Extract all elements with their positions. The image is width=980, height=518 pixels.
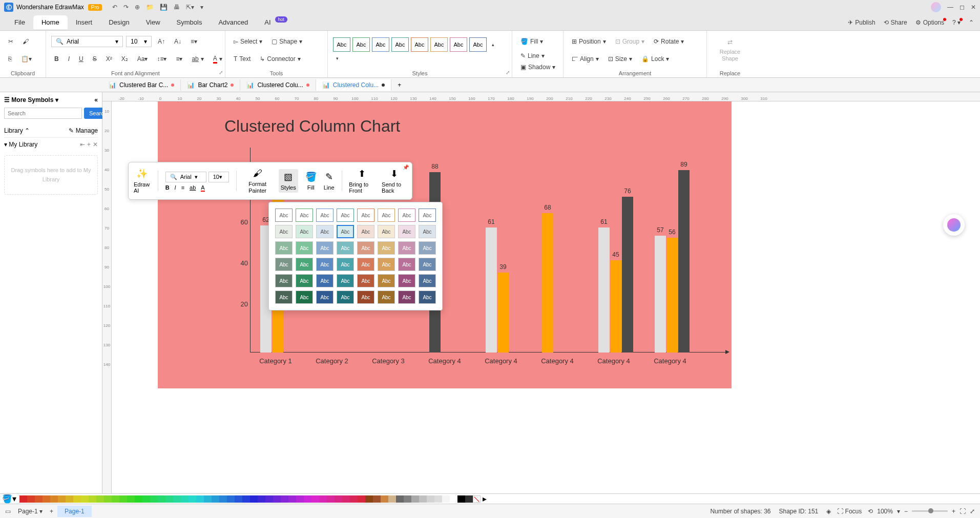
style-swatch[interactable]: Abc bbox=[469, 37, 487, 52]
color-swatch[interactable] bbox=[212, 495, 219, 503]
color-swatch[interactable] bbox=[388, 495, 396, 503]
styles-dialog-launcher[interactable]: ⤢ bbox=[506, 70, 510, 75]
style-swatch[interactable]: Abc bbox=[275, 209, 293, 222]
more-colors-icon[interactable]: ▸ bbox=[483, 494, 487, 504]
document-tab[interactable]: 📊Clustered Colu... bbox=[240, 79, 316, 91]
color-swatch[interactable] bbox=[450, 495, 457, 503]
add-lib-icon[interactable]: + bbox=[87, 141, 91, 148]
undo-icon[interactable]: ↶ bbox=[112, 4, 117, 11]
align-button[interactable]: ⫍ Align ▾ bbox=[569, 53, 602, 65]
import-lib-icon[interactable]: ⇤ bbox=[80, 141, 85, 148]
color-swatch[interactable] bbox=[288, 495, 296, 503]
color-swatch[interactable] bbox=[411, 495, 419, 503]
styles-more[interactable]: ▾ bbox=[333, 54, 342, 63]
color-swatch[interactable] bbox=[150, 495, 158, 503]
style-swatch[interactable]: Abc bbox=[357, 209, 374, 222]
color-swatch[interactable] bbox=[373, 495, 381, 503]
color-swatch[interactable] bbox=[127, 495, 135, 503]
save-icon[interactable]: 💾 bbox=[160, 4, 168, 11]
tab-design[interactable]: Design bbox=[100, 15, 137, 29]
style-swatch[interactable]: Abc bbox=[296, 274, 313, 287]
redo-icon[interactable]: ↷ bbox=[123, 4, 129, 11]
color-swatch[interactable] bbox=[296, 495, 304, 503]
color-swatch[interactable] bbox=[273, 495, 281, 503]
chart-page[interactable]: Clustered Column Chart 204060806278Categ… bbox=[158, 101, 732, 388]
list-icon[interactable]: ≡▾ bbox=[173, 53, 185, 65]
style-swatch[interactable]: Abc bbox=[337, 209, 354, 222]
bar-group[interactable]: 6139 bbox=[486, 227, 509, 353]
group-button[interactable]: ⊡ Group ▾ bbox=[612, 36, 648, 47]
color-swatch[interactable] bbox=[442, 495, 450, 503]
collapse-ribbon-icon[interactable]: ⌃ bbox=[969, 19, 974, 26]
style-swatch[interactable]: Abc bbox=[296, 209, 313, 222]
style-swatch[interactable]: Abc bbox=[275, 274, 293, 287]
zoom-in-icon[interactable]: + bbox=[952, 508, 955, 515]
help-icon[interactable]: ? ▾ bbox=[952, 19, 961, 26]
share-button[interactable]: ⟲ Share bbox=[884, 19, 907, 26]
zoom-slider[interactable] bbox=[912, 510, 948, 512]
color-swatch[interactable] bbox=[365, 495, 373, 503]
add-page-icon[interactable]: + bbox=[50, 508, 53, 515]
style-swatch[interactable]: Abc bbox=[316, 241, 333, 255]
no-fill-swatch[interactable] bbox=[473, 495, 481, 503]
chart-bar[interactable]: 76 bbox=[622, 197, 633, 353]
style-swatch[interactable]: Abc bbox=[378, 241, 395, 255]
maximize-icon[interactable]: ◻ bbox=[960, 4, 965, 11]
color-swatch[interactable] bbox=[434, 495, 442, 503]
style-swatch[interactable]: Abc bbox=[419, 274, 436, 287]
chart-bar[interactable]: 45 bbox=[610, 260, 621, 353]
edraw-ai-button[interactable]: ✨Edraw AI bbox=[134, 168, 151, 194]
style-swatch[interactable]: Abc bbox=[296, 225, 313, 238]
manage-button[interactable]: ✎ Manage bbox=[69, 127, 98, 134]
fullscreen-icon[interactable]: ⤢ bbox=[970, 508, 975, 515]
style-swatch[interactable]: Abc bbox=[337, 225, 354, 238]
color-swatch[interactable] bbox=[35, 495, 43, 503]
style-swatch[interactable]: Abc bbox=[333, 37, 350, 52]
color-swatch[interactable] bbox=[250, 495, 258, 503]
canvas[interactable]: Clustered Column Chart 204060806278Categ… bbox=[112, 101, 980, 493]
new-icon[interactable]: ⊕ bbox=[135, 4, 140, 11]
layout-mode-icon[interactable]: ▭ bbox=[5, 508, 11, 515]
minimize-icon[interactable]: — bbox=[947, 4, 953, 11]
style-swatch[interactable]: Abc bbox=[419, 209, 436, 222]
bar-group[interactable]: 575689 bbox=[655, 170, 690, 353]
strikethrough-icon[interactable]: S bbox=[90, 53, 100, 65]
style-swatch[interactable]: Abc bbox=[316, 209, 333, 222]
zoom-reset-icon[interactable]: ⟲ bbox=[868, 508, 873, 515]
color-swatch[interactable] bbox=[181, 495, 189, 503]
chart-bar[interactable]: 39 bbox=[497, 273, 509, 353]
style-swatch[interactable]: Abc bbox=[337, 258, 354, 271]
focus-button[interactable]: ⛶ Focus bbox=[837, 508, 862, 515]
style-swatch[interactable]: Abc bbox=[357, 274, 374, 287]
color-swatch[interactable] bbox=[158, 495, 165, 503]
style-swatch[interactable]: Abc bbox=[450, 37, 467, 52]
color-swatch[interactable] bbox=[142, 495, 150, 503]
styles-scroll-up[interactable]: ▴ bbox=[489, 40, 497, 49]
shape-tool[interactable]: ▢ Shape ▾ bbox=[268, 36, 305, 47]
color-swatch[interactable] bbox=[58, 495, 66, 503]
options-button[interactable]: ⚙ Options bbox=[915, 19, 944, 26]
paste-icon[interactable]: 📋▾ bbox=[18, 53, 35, 65]
tab-symbols[interactable]: Symbols bbox=[169, 15, 211, 29]
color-swatch[interactable] bbox=[112, 495, 119, 503]
decrease-font-icon[interactable]: A↓ bbox=[171, 36, 184, 47]
color-swatch[interactable] bbox=[419, 495, 427, 503]
zoom-value[interactable]: 100% bbox=[877, 508, 893, 515]
color-swatch[interactable] bbox=[165, 495, 173, 503]
style-swatch[interactable]: Abc bbox=[378, 291, 395, 304]
subscript-icon[interactable]: X₂ bbox=[118, 53, 131, 65]
float-line-button[interactable]: ✎Line bbox=[324, 171, 335, 191]
style-swatch[interactable]: Abc bbox=[372, 37, 389, 52]
chart-bar[interactable]: 89 bbox=[678, 170, 690, 353]
float-bring-front[interactable]: ⬆Bring to Front bbox=[349, 168, 374, 194]
float-styles-button[interactable]: ▧Styles bbox=[279, 169, 298, 193]
bold-icon[interactable]: B bbox=[51, 53, 62, 65]
cut-icon[interactable]: ✂ bbox=[5, 36, 16, 47]
document-tab[interactable]: 📊Clustered Bar C... bbox=[102, 79, 181, 91]
style-swatch[interactable]: Abc bbox=[419, 258, 436, 271]
style-swatch[interactable]: Abc bbox=[411, 37, 428, 52]
style-swatch[interactable]: Abc bbox=[337, 241, 354, 255]
color-swatch[interactable] bbox=[235, 495, 242, 503]
style-swatch[interactable]: Abc bbox=[275, 291, 293, 304]
color-swatch[interactable] bbox=[89, 495, 96, 503]
